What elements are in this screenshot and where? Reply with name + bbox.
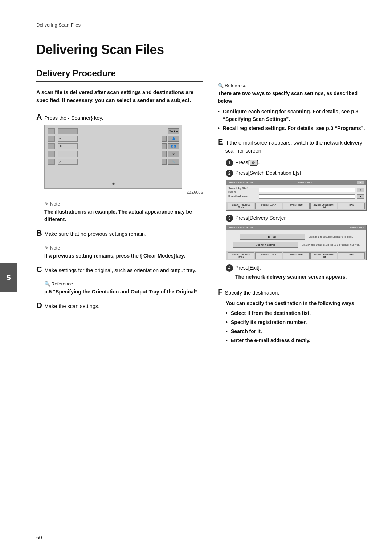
step-f-bullet-1: Select it from the destination list. [226, 309, 367, 317]
step-f-text: Specify the destination. [225, 289, 279, 297]
sub-text-4: Press[Exit]. [235, 265, 261, 271]
screen2-header-left: Search /Switch List [228, 226, 253, 229]
step-c-text: Make settings for the original, such as … [44, 267, 196, 275]
note-1: ✎ Note The illustration is an example. T… [44, 201, 203, 223]
step-b-letter: B [36, 228, 42, 238]
note-icon: ✎ [44, 201, 49, 207]
screen1-body: Search by Staff. Name ▼ E-mail Address ▼ [226, 185, 366, 202]
step-f-bullet-3: Search for it. [226, 328, 367, 335]
sub-step-1: 1 Press[⚙]. [226, 159, 367, 166]
step-c: C Make settings for the original, such a… [36, 265, 203, 275]
step-b: B Make sure that no previous settings re… [36, 228, 203, 238]
screen1-row2: E-mail Address [228, 195, 257, 198]
note2-icon: ✎ [44, 245, 49, 251]
screen-2: Search /Switch List Select Item E-mail D… [226, 225, 367, 260]
page-number: 60 [36, 535, 42, 540]
note1-content: The illustration is an example. The actu… [44, 208, 203, 223]
screen2-btn-switch-title[interactable]: Switch Title [283, 252, 310, 259]
step-e-text: If the e-mail screen appears, switch to … [225, 139, 367, 155]
screen-1: Search /Switch List Select Item ▲ Search… [226, 180, 367, 211]
screen2-btn-exit[interactable]: Exit [338, 252, 365, 259]
screen1-scrollbar: ▲ [357, 181, 364, 184]
breadcrumb: Delivering Scan Files [36, 22, 367, 31]
screen2-btn-search-ldap[interactable]: Search LDAP [255, 252, 282, 259]
reference-1: 🔍 Reference p.5 “Specifying the Orientat… [44, 281, 203, 296]
screen1-field2[interactable] [259, 194, 355, 199]
screen1-header-right: Select Item [298, 181, 312, 184]
screen1-scroll-btn[interactable]: ▼ [357, 188, 364, 192]
screen1-btn-switch-title[interactable]: Switch Title [283, 203, 310, 209]
sub4-note: The network delivery scanner screen appe… [235, 273, 347, 281]
step-c-letter: C [36, 265, 42, 274]
note2-content: If a previous setting remains, press the… [44, 252, 203, 260]
step-f: F Specify the destination. You can speci… [218, 287, 367, 345]
screen1-header: Search /Switch List Select Item ▲ [226, 180, 366, 185]
step-f-bullet-2: Specify its registration number. [226, 319, 367, 326]
screen2-email-btn[interactable]: E-mail [240, 234, 305, 240]
step-f-bold: You can specify the destination in the f… [226, 300, 367, 307]
step-f-bullets: Select it from the destination list. Spe… [226, 309, 367, 344]
step-d-letter: D [36, 301, 42, 310]
screen2-delivery-btn[interactable]: Delivery Server [233, 242, 298, 248]
screen2-footer: Search Address Book Search LDAP Switch T… [226, 251, 366, 260]
screen2-btn-search-addr[interactable]: Search Address Book [228, 252, 254, 259]
note1-label: Note [50, 201, 60, 207]
step-f-letter: F [218, 287, 222, 297]
section-heading: Delivery Procedure [36, 68, 203, 82]
step-b-text: Make sure that no previous settings rema… [44, 230, 146, 238]
step-a: A Press the { Scanner} key. ◻▲▲▲ [36, 113, 203, 195]
chapter-number: 5 [7, 274, 11, 282]
screen1-btn-exit[interactable]: Exit [338, 203, 365, 209]
chapter-tab: 5 [0, 263, 17, 292]
sub-num-4: 4 [226, 264, 233, 272]
step-e: E If the e-mail screen appears, switch t… [218, 137, 367, 281]
sub-num-3: 3 [226, 215, 233, 222]
screen1-field1[interactable] [259, 188, 355, 192]
sub-num-2: 2 [226, 170, 233, 177]
note-2: ✎ Note If a previous setting remains, pr… [44, 245, 203, 260]
sub-step-3: 3 Press[Delivery Serv]er [226, 214, 367, 222]
sub-text-2: Press[Switch Destination L]st [235, 169, 301, 177]
screen1-scroll-btn2[interactable]: ▼ [357, 194, 364, 199]
step-a-letter: A [36, 113, 42, 122]
screen2-header: Search /Switch List Select Item [226, 225, 366, 230]
screen1-btn-search-addr[interactable]: Search Address Book [228, 203, 254, 209]
sub-text-3: Press[Delivery Serv]er [235, 214, 286, 222]
screen1-btn-search-ldap[interactable]: Search LDAP [255, 203, 282, 209]
step-d: D Make the scan settings. [36, 301, 203, 311]
breadcrumb-text: Delivering Scan Files [36, 22, 81, 28]
ref2-bullet1: Configure each setting for scanning. For… [218, 108, 367, 123]
ref2-label: Reference [225, 83, 246, 88]
ref2-icon: 🔍 [218, 83, 224, 88]
sub-step-2: 2 Press[Switch Destination L]st [226, 169, 367, 177]
screen1-row1: Search by Staff. Name [228, 187, 257, 193]
screen2-header-right: Select Item [350, 226, 364, 229]
scanner-image-caption: ZZZ606S [44, 190, 203, 194]
screen1-btn-switch-dest[interactable]: Switch Destination List [310, 203, 337, 209]
ref2-intro: There are two ways to specify scan setti… [218, 90, 367, 105]
reference-2: 🔍 Reference There are two ways to specif… [218, 83, 367, 132]
screen1-footer: Search Address Book Search LDAP Switch T… [226, 202, 366, 210]
step-f-bullet-4: Enter the e-mail address directly. [226, 337, 367, 344]
ref1-content: p.5 “Specifying the Orientation and Outp… [44, 288, 203, 296]
screen2-delivery-desc: Display the destination list to the deli… [302, 243, 360, 246]
screen2-email-desc: Display the destination list for E-mail. [309, 235, 353, 238]
screen1-header-left: Search /Switch List [228, 181, 253, 184]
step-a-text: Press the { Scanner} key. [44, 114, 103, 122]
ref2-bullet2: Recall registered settings. For details,… [218, 125, 367, 132]
page-title: Delivering Scan Files [36, 42, 367, 57]
scanner-image: ◻▲▲▲ ⊕ 👤 🖨 [44, 125, 182, 189]
ref1-label: Reference [51, 281, 73, 287]
step-d-text: Make the scan settings. [44, 303, 99, 311]
ref1-icon: 🔍 [44, 281, 50, 287]
screen2-btn-switch-dest[interactable]: Switch Destination List [310, 252, 337, 259]
screen2-body: E-mail Display the destination list for … [226, 230, 366, 251]
note2-label: Note [50, 245, 60, 251]
intro-paragraph: A scan file is delivered after scan sett… [36, 89, 203, 105]
sub-text-1: Press[⚙]. [235, 159, 260, 166]
ref2-bullets: Configure each setting for scanning. For… [218, 108, 367, 132]
sub-num-1: 1 [226, 159, 233, 166]
sub-step-4: 4 Press[Exit]. The network delivery scan… [226, 264, 367, 281]
step-e-letter: E [218, 137, 223, 147]
